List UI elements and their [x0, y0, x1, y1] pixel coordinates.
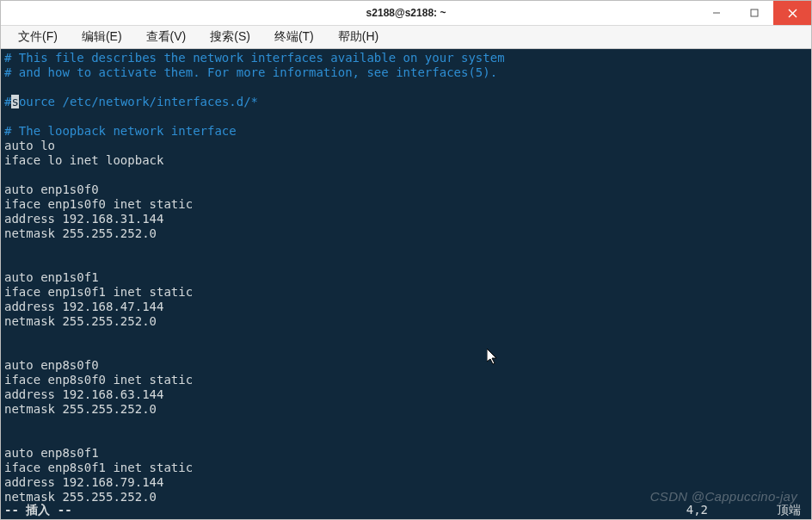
comment-line: # and how to activate them. For more inf…: [4, 65, 497, 79]
minimize-button[interactable]: [698, 1, 735, 25]
comment-line: # This file describes the network interf…: [4, 51, 505, 65]
config-line: auto lo: [4, 139, 55, 152]
config-line: auto enp1s0f0: [4, 183, 99, 196]
config-line: iface enp1s0f1 inet static: [4, 285, 193, 299]
svg-rect-1: [751, 9, 758, 16]
config-line: address 192.168.63.144: [4, 387, 163, 401]
menu-edit[interactable]: 编辑(E): [70, 28, 134, 46]
config-line: iface enp1s0f0 inet static: [4, 197, 193, 211]
comment-line: #source /etc/network/interfaces.d/*: [4, 95, 258, 108]
comment-line: # The loopback network interface: [4, 124, 237, 138]
close-button[interactable]: [773, 1, 811, 25]
config-line: netmask 255.255.252.0: [4, 402, 157, 416]
menu-help[interactable]: 帮助(H): [326, 28, 391, 46]
config-line: iface enp8s0f0 inet static: [4, 373, 193, 387]
config-line: netmask 255.255.252.0: [4, 490, 157, 504]
source-rest: ource /etc/network/interfaces.d/*: [19, 95, 258, 108]
menu-terminal[interactable]: 终端(T): [262, 28, 326, 46]
maximize-button[interactable]: [735, 1, 773, 25]
menu-search[interactable]: 搜索(S): [198, 28, 262, 46]
config-line: address 192.168.31.144: [4, 212, 163, 226]
menu-bar: 文件(F) 编辑(E) 查看(V) 搜索(S) 终端(T) 帮助(H): [1, 26, 811, 49]
maximize-icon: [750, 9, 759, 17]
window-controls: [698, 1, 811, 25]
vim-status-line: -- 插入 -- 4,2 顶端: [4, 503, 808, 517]
config-line: auto enp8s0f0: [4, 358, 99, 372]
config-line: address 192.168.47.144: [4, 300, 163, 313]
menu-file[interactable]: 文件(F): [6, 28, 70, 46]
vim-scroll-percent: 顶端: [777, 503, 801, 517]
config-line: auto enp8s0f1: [4, 446, 99, 460]
config-line: netmask 255.255.252.0: [4, 314, 157, 328]
app-window: s2188@s2188: ~ 文件(F) 编辑(E) 查看(V) 搜索(S) 终…: [0, 0, 812, 520]
config-line: auto enp1s0f1: [4, 270, 99, 284]
title-bar: s2188@s2188: ~: [1, 1, 811, 26]
close-icon: [788, 9, 797, 18]
config-line: address 192.168.79.144: [4, 475, 163, 489]
config-line: iface lo inet loopback: [4, 153, 163, 167]
config-line: iface enp8s0f1 inet static: [4, 461, 193, 474]
watermark: CSDN @Cappuccino-jay: [650, 489, 797, 504]
config-line: netmask 255.255.252.0: [4, 226, 157, 240]
terminal-pane[interactable]: # This file describes the network interf…: [1, 49, 811, 519]
vim-cursor-position: 4,2: [686, 503, 708, 517]
window-title: s2188@s2188: ~: [1, 7, 811, 19]
minimize-icon: [712, 9, 721, 17]
vim-mode: -- 插入 --: [4, 503, 72, 517]
cursor-char: s: [11, 95, 18, 108]
menu-view[interactable]: 查看(V): [134, 28, 199, 46]
